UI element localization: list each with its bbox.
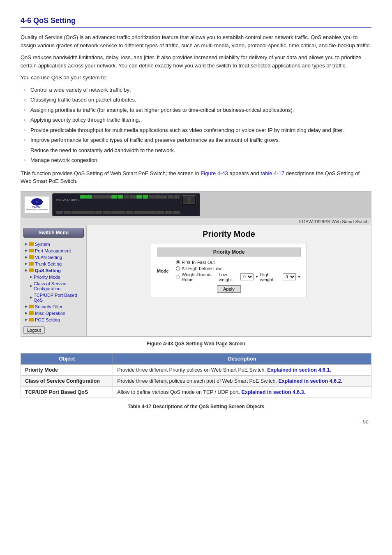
description-table: Object Description Priority Mode Provide… bbox=[21, 353, 371, 398]
radio-button[interactable] bbox=[176, 266, 180, 271]
list-item: Manage network congestion. bbox=[21, 156, 371, 164]
radio-button[interactable] bbox=[176, 260, 180, 264]
sidebar-label: POE Setting bbox=[35, 317, 60, 322]
chevron-icon: ▶ bbox=[25, 318, 28, 321]
dropdown-arrow-icon: ▼ bbox=[297, 275, 301, 279]
sidebar: Switch Menu ▶ System ▶ Port Management ▶… bbox=[21, 225, 87, 336]
chevron-icon: ▶ bbox=[25, 242, 28, 246]
sidebar-item-system[interactable]: ▶ System bbox=[23, 241, 84, 247]
section-link[interactable]: Explained in section 4.6.2. bbox=[278, 378, 342, 384]
sidebar-label: VLAN Setting bbox=[35, 255, 62, 260]
folder-icon bbox=[29, 255, 34, 259]
sidebar-item-port-mgmt[interactable]: ▶ Port Management bbox=[23, 247, 84, 254]
description-cell: Provide three different polices on each … bbox=[113, 375, 371, 386]
folder-icon bbox=[29, 262, 34, 266]
table-header-object: Object bbox=[21, 353, 113, 364]
chevron-icon: ▶ bbox=[25, 262, 28, 266]
sidebar-item-security[interactable]: ▶ Security Filter bbox=[23, 303, 84, 310]
list-item: Assigning priorities to traffic (for exa… bbox=[21, 106, 371, 114]
chevron-icon: ▶ bbox=[25, 249, 28, 252]
sidebar-item-priority-mode[interactable]: ▶ Priority Mode bbox=[23, 274, 84, 280]
device-name-label: FGSW-1828PS bbox=[56, 198, 78, 202]
config-box-title: Priority Mode bbox=[157, 247, 301, 257]
sidebar-label: Trunk Setting bbox=[35, 261, 62, 266]
table-row: Class of Service Configuration Provide t… bbox=[21, 375, 371, 386]
intro-p1: Quality of Service (QoS) is an advanced … bbox=[21, 33, 371, 49]
list-item: Applying security policy through traffic… bbox=[21, 116, 371, 124]
sidebar-item-cos[interactable]: ▶ Class of Service Configuration bbox=[23, 280, 84, 292]
section-link[interactable]: Explained in section 4.6.1. bbox=[267, 367, 331, 373]
mode-row: Mode First-In-First-Out All-High-before-… bbox=[157, 260, 301, 282]
chevron-icon: ▶ bbox=[30, 296, 32, 299]
folder-icon bbox=[29, 305, 34, 308]
mode-label: Mode bbox=[157, 268, 173, 273]
high-weight-select[interactable]: 0 bbox=[283, 273, 296, 280]
sidebar-item-qos[interactable]: ▶ QoS Setting bbox=[23, 267, 84, 274]
screenshot-container: ● PLANETNetworking & Communication FGSW-… bbox=[21, 191, 371, 337]
intro-p2: QoS reduces bandwidth limitations, delay… bbox=[21, 53, 371, 69]
figure-caption: Figure 4-43 QoS Setting Web Page Screen bbox=[21, 340, 371, 347]
sidebar-label: Security Filter bbox=[35, 304, 62, 309]
sidebar-item-tcp-udp[interactable]: ▶ TCP/UDP Port Based QoS bbox=[23, 292, 84, 303]
page-number: - 50 - bbox=[21, 417, 371, 425]
radio-weight-round[interactable]: Weight-Round-Robin Low weight: 0 ▼ High … bbox=[176, 272, 301, 282]
table-caption: Table 4-17 Descriptions of the QoS Setti… bbox=[21, 403, 371, 410]
screenshot-header: ● PLANETNetworking & Communication FGSW-… bbox=[21, 192, 371, 218]
folder-icon bbox=[29, 268, 34, 272]
logout-button[interactable]: Logout bbox=[23, 326, 45, 334]
radio-all-high[interactable]: All-High-before-Low bbox=[176, 266, 301, 271]
radio-options: First-In-First-Out All-High-before-Low W… bbox=[176, 260, 301, 282]
table-link[interactable]: table 4-17 bbox=[261, 170, 284, 176]
description-cell: Allow to define various QoS mode on TCP … bbox=[113, 386, 371, 398]
radio-label: Weight-Round-Robin bbox=[182, 272, 217, 282]
sidebar-label: QoS Setting bbox=[35, 268, 61, 273]
sidebar-label: Misc Operation bbox=[35, 311, 65, 316]
dropdown-arrow-icon: ▼ bbox=[255, 275, 258, 279]
list-item: Control a wide variety of network traffi… bbox=[21, 86, 371, 94]
radio-button[interactable] bbox=[176, 275, 180, 279]
object-cell: Class of Service Configuration bbox=[25, 378, 100, 384]
folder-icon bbox=[29, 242, 34, 246]
low-weight-label: Low weight: bbox=[219, 272, 239, 282]
folder-icon bbox=[29, 311, 34, 315]
low-weight-select[interactable]: 0 bbox=[240, 273, 254, 280]
list-item: Improve performance for specific types o… bbox=[21, 136, 371, 144]
sidebar-item-poe[interactable]: ▶ POE Setting bbox=[23, 317, 84, 323]
radio-label: All-High-before-Low bbox=[182, 266, 221, 271]
high-weight-label: High weight: bbox=[260, 272, 281, 282]
sidebar-label: Port Management bbox=[35, 248, 71, 253]
object-cell: Priority Mode bbox=[25, 367, 58, 373]
chevron-icon: ▶ bbox=[25, 268, 28, 272]
figure-link[interactable]: Figure 4-43 bbox=[201, 170, 228, 176]
sidebar-label: Priority Mode bbox=[34, 275, 60, 280]
chevron-icon: ▶ bbox=[25, 255, 28, 259]
chevron-icon: ▶ bbox=[30, 284, 32, 288]
intro-p3: You can use QoS on your system to: bbox=[21, 74, 371, 82]
switch-menu-button[interactable]: Switch Menu bbox=[23, 228, 84, 238]
sidebar-label: TCP/UDP Port Based QoS bbox=[34, 293, 84, 303]
chevron-icon: ▶ bbox=[25, 305, 28, 308]
sidebar-item-misc[interactable]: ▶ Misc Operation bbox=[23, 310, 84, 317]
sidebar-item-trunk[interactable]: ▶ Trunk Setting bbox=[23, 261, 84, 267]
table-row: Priority Mode Provide three different Pr… bbox=[21, 364, 371, 375]
chevron-icon: ▶ bbox=[30, 275, 32, 279]
main-content: Priority Mode Priority Mode Mode First-I… bbox=[87, 225, 371, 336]
device-label: FGSW-1828PS Web Smart Switch bbox=[21, 218, 371, 225]
section-link[interactable]: Explained in section 4.6.3. bbox=[242, 389, 306, 395]
radio-first-in[interactable]: First-In-First-Out bbox=[176, 260, 301, 265]
object-cell: TCP/UDP Port Based QoS bbox=[25, 389, 88, 395]
chevron-icon: ▶ bbox=[25, 311, 28, 315]
sidebar-item-vlan[interactable]: ▶ VLAN Setting bbox=[23, 254, 84, 261]
folder-icon bbox=[29, 318, 34, 321]
description-cell: Provide three different Priority polices… bbox=[113, 364, 371, 375]
folder-icon bbox=[29, 249, 34, 252]
list-item: Reduce the need to constantly add bandwi… bbox=[21, 146, 371, 155]
table-header-description: Description bbox=[113, 353, 371, 364]
content-title: Priority Mode bbox=[91, 229, 367, 239]
switch-body: FGSW-1828PS bbox=[52, 193, 200, 216]
list-item: Classifying traffic based on packet attr… bbox=[21, 96, 371, 104]
config-box: Priority Mode Mode First-In-First-Out Al… bbox=[151, 243, 307, 297]
radio-label: First-In-First-Out bbox=[182, 260, 215, 265]
bullet-list: Control a wide variety of network traffi… bbox=[21, 86, 371, 164]
apply-button[interactable]: Apply bbox=[217, 285, 241, 293]
